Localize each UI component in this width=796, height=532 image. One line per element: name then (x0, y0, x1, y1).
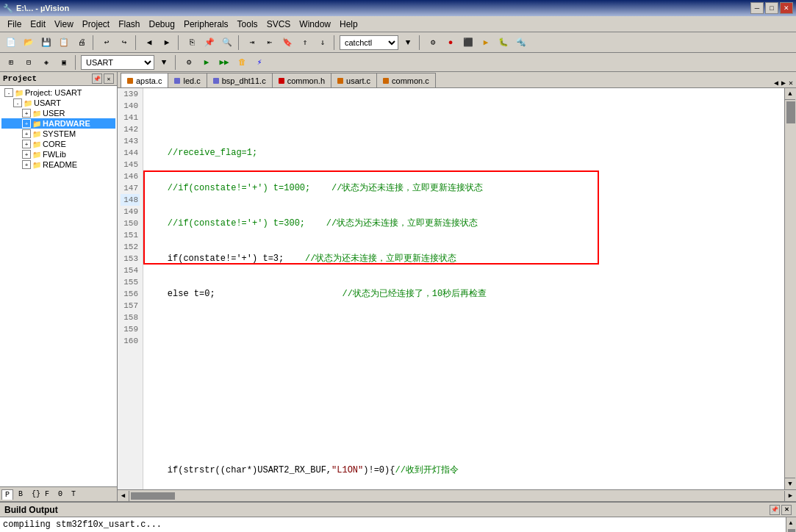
hscroll-thumb[interactable] (131, 492, 175, 500)
panel-tab-register[interactable]: T (68, 489, 79, 500)
menu-window[interactable]: Window (295, 18, 335, 31)
bookmarks-next-btn[interactable]: ⇓ (315, 35, 331, 51)
tb2-icon3[interactable]: ◈ (38, 54, 54, 71)
stop-btn[interactable]: ⬛ (460, 35, 476, 51)
menu-project[interactable]: Project (78, 18, 114, 31)
usart-target-select[interactable]: USART (81, 55, 154, 70)
code-vscroll[interactable]: ▲ ▼ (784, 88, 796, 489)
tab-scroll-left[interactable]: ◀ (774, 79, 778, 87)
tb2-clean-btn[interactable]: 🗑 (234, 54, 250, 71)
code-content[interactable]: //receive_flag=1; //if(constate!='+') t=… (143, 88, 784, 489)
run-btn[interactable]: ▶ (478, 35, 494, 51)
file-tab-apsta[interactable]: apsta.c (121, 73, 168, 87)
open-btn[interactable]: 📂 (21, 35, 37, 51)
tab-close-all[interactable]: ✕ (789, 79, 793, 87)
expander-core[interactable]: + (22, 140, 31, 148)
tree-item-hardware[interactable]: + 📁 HARDWARE (1, 118, 115, 129)
vscroll-up-btn[interactable]: ▲ (785, 88, 795, 100)
nav-back-btn[interactable]: ◀ (141, 35, 157, 51)
minimize-button[interactable]: ─ (750, 2, 764, 14)
vscroll-down-btn[interactable]: ▼ (785, 478, 795, 489)
tb2-flash-btn[interactable]: ⚡ (251, 54, 268, 71)
code-editor[interactable]: 139 140 141 142 143 144 145 146 147 148 … (118, 88, 796, 489)
tb2-icon4[interactable]: ▣ (56, 54, 72, 71)
file-tab-usart[interactable]: usart.c (331, 73, 377, 87)
unindent-btn[interactable]: ⇤ (262, 35, 278, 51)
menu-debug[interactable]: Debug (145, 18, 179, 31)
build-btn[interactable]: ● (442, 35, 459, 51)
code-line-146 (146, 394, 784, 406)
file-tab-led[interactable]: led.c (168, 73, 207, 87)
menu-edit[interactable]: Edit (26, 18, 50, 31)
build-close-btn[interactable]: ✕ (781, 505, 792, 515)
tree-item-readme[interactable]: + 📁 README (1, 159, 115, 170)
expander-hardware[interactable]: + (22, 119, 31, 128)
find-btn[interactable]: 🔍 (219, 35, 235, 51)
hscroll-left-btn[interactable]: ◀ (118, 491, 129, 501)
file-tab-bsp[interactable]: bsp_dht11.c (207, 73, 273, 87)
vscroll-thumb[interactable] (786, 101, 795, 123)
save-btn[interactable]: 💾 (38, 35, 54, 51)
menu-peripherals[interactable]: Peripherals (179, 18, 233, 31)
tree-item-usart[interactable]: - 📁 USART (1, 98, 115, 108)
menu-tools[interactable]: Tools (233, 18, 262, 31)
panel-pin-btn[interactable]: 📌 (92, 73, 102, 84)
paste-btn[interactable]: 📌 (201, 35, 218, 51)
build-vscroll[interactable]: ▲ ▼ (786, 517, 796, 532)
expander-user[interactable]: + (22, 109, 31, 118)
tb2-icon2[interactable]: ⊟ (21, 54, 37, 71)
menu-svcs[interactable]: SVCS (262, 18, 295, 31)
usart-dropdown-btn[interactable]: ▼ (156, 54, 172, 71)
nav-fwd-btn[interactable]: ▶ (159, 35, 175, 51)
hscroll-right-btn[interactable]: ▶ (784, 491, 796, 501)
tb2-icon1[interactable]: ⊞ (3, 54, 19, 71)
indent-btn[interactable]: ⇥ (244, 35, 260, 51)
file-tab-commonc[interactable]: common.c (376, 73, 436, 87)
menu-view[interactable]: View (50, 18, 78, 31)
target-select[interactable]: catchctl (340, 35, 398, 50)
expander-root[interactable]: - (4, 88, 13, 97)
tree-item-fwlib[interactable]: + 📁 FWLib (1, 149, 115, 159)
select-arrow-btn[interactable]: ▼ (400, 35, 416, 51)
settings-btn[interactable]: 🔩 (513, 35, 529, 51)
tree-item-system[interactable]: + 📁 SYSTEM (1, 129, 115, 139)
expander-readme[interactable]: + (22, 160, 31, 169)
tab-scroll-right[interactable]: ▶ (781, 79, 786, 87)
debug-btn[interactable]: 🐛 (495, 35, 512, 51)
panel-tab-functions[interactable]: {} F (28, 489, 53, 500)
code-hscroll[interactable]: ◀ ▶ (118, 489, 796, 501)
close-button[interactable]: ✕ (780, 2, 793, 14)
expander-usart[interactable]: - (13, 98, 22, 107)
maximize-button[interactable]: □ (765, 2, 778, 14)
panel-close-btn[interactable]: ✕ (104, 73, 114, 84)
tb2-build-btn[interactable]: ▶ (198, 54, 215, 71)
save-all-btn[interactable]: 📋 (56, 35, 72, 51)
copy-btn[interactable]: ⎘ (184, 35, 200, 51)
build-scroll-up[interactable]: ▲ (786, 517, 795, 528)
options-btn[interactable]: ⚙ (425, 35, 441, 51)
build-scroll-thumb[interactable] (788, 529, 795, 532)
tab-icon-bsp (213, 78, 219, 84)
panel-tab-books[interactable]: B (15, 489, 26, 500)
build-pin-btn[interactable]: 📌 (770, 505, 780, 515)
undo-btn[interactable]: ↩ (98, 35, 115, 51)
menu-help[interactable]: Help (335, 18, 362, 31)
new-btn[interactable]: 📄 (3, 35, 19, 51)
print-btn[interactable]: 🖨 (73, 35, 90, 51)
tree-item-project-root[interactable]: - 📁 Project: USART (1, 87, 115, 98)
tree-item-user[interactable]: + 📁 USER (1, 108, 115, 118)
menu-file[interactable]: File (3, 18, 26, 31)
bookmarks-prev-btn[interactable]: ⇑ (297, 35, 313, 51)
expander-fwlib[interactable]: + (22, 150, 31, 159)
code-line-139: //receive_flag=1; (146, 147, 784, 159)
expander-system[interactable]: + (22, 129, 31, 138)
tree-item-core[interactable]: + 📁 CORE (1, 139, 115, 149)
panel-tab-project[interactable]: P (1, 489, 13, 500)
menu-flash[interactable]: Flash (114, 18, 144, 31)
tb2-build-all-btn[interactable]: ▶▶ (216, 54, 232, 71)
redo-btn[interactable]: ↪ (116, 35, 132, 51)
panel-tab-templates[interactable]: Θ (54, 489, 66, 500)
tb2-opts-btn[interactable]: ⚙ (181, 54, 197, 71)
bookmark-btn[interactable]: 🔖 (279, 35, 295, 51)
file-tab-commonh[interactable]: common.h (272, 73, 331, 87)
